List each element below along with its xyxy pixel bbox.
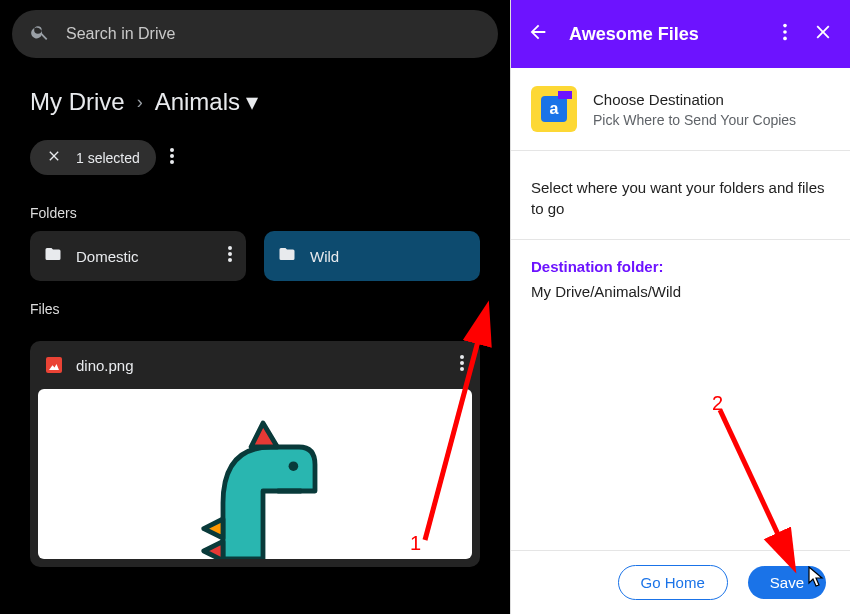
svg-point-9	[289, 461, 299, 471]
destination-block: a Choose Destination Pick Where to Send …	[511, 68, 850, 151]
svg-point-13	[783, 37, 787, 41]
search-bar[interactable]: Search in Drive	[12, 10, 498, 58]
panel-header: Awesome Files	[511, 0, 850, 68]
destination-subtitle: Pick Where to Send Your Copies	[593, 112, 796, 128]
search-placeholder: Search in Drive	[66, 25, 175, 43]
drive-pane: Search in Drive My Drive › Animals ▾ 1 s…	[0, 0, 510, 614]
svg-point-8	[460, 367, 464, 371]
svg-point-3	[228, 246, 232, 250]
panel-description: Select where you want your folders and f…	[511, 151, 850, 240]
chevron-right-icon: ›	[137, 92, 143, 113]
folder-icon	[278, 245, 296, 267]
svg-point-1	[170, 154, 174, 158]
svg-point-6	[460, 355, 464, 359]
breadcrumb-root[interactable]: My Drive	[30, 88, 125, 116]
image-icon	[46, 357, 62, 373]
svg-point-7	[460, 361, 464, 365]
svg-point-5	[228, 258, 232, 262]
files-label: Files	[0, 281, 510, 327]
folder-name: Domestic	[76, 248, 139, 265]
panel-menu-button[interactable]	[774, 21, 796, 47]
breadcrumb: My Drive › Animals ▾	[0, 66, 510, 124]
folders-label: Folders	[0, 185, 510, 231]
folder-card-domestic[interactable]: Domestic	[30, 231, 246, 281]
annotation-label-1: 1	[410, 532, 421, 555]
panel-actions: Go Home Save	[511, 550, 850, 614]
file-preview	[38, 389, 472, 559]
svg-point-2	[170, 160, 174, 164]
folder-more-button[interactable]	[228, 246, 232, 266]
caret-down-icon: ▾	[246, 88, 258, 116]
annotation-label-2: 2	[712, 392, 723, 415]
destination-folder-path: My Drive/Animals/Wild	[531, 283, 830, 300]
breadcrumb-current[interactable]: Animals ▾	[155, 88, 258, 116]
selection-pill[interactable]: 1 selected	[30, 140, 156, 175]
search-icon	[30, 22, 50, 46]
app-logo: a	[531, 86, 577, 132]
selection-count: 1 selected	[76, 150, 140, 166]
more-actions-button[interactable]	[170, 148, 174, 168]
svg-point-0	[170, 148, 174, 152]
panel-title: Awesome Files	[569, 24, 758, 45]
file-more-button[interactable]	[460, 355, 464, 375]
svg-point-4	[228, 252, 232, 256]
go-home-button[interactable]: Go Home	[618, 565, 728, 600]
close-icon[interactable]	[46, 148, 62, 167]
destination-title: Choose Destination	[593, 91, 796, 108]
back-button[interactable]	[527, 21, 549, 47]
folder-name: Wild	[310, 248, 339, 265]
file-name: dino.png	[76, 357, 134, 374]
svg-point-11	[783, 24, 787, 28]
folder-card-wild[interactable]: Wild	[264, 231, 480, 281]
side-panel: Awesome Files a Choose Destination Pick …	[510, 0, 850, 614]
destination-folder-label: Destination folder:	[531, 258, 830, 275]
folder-icon	[44, 245, 62, 267]
panel-close-button[interactable]	[812, 21, 834, 47]
cursor-icon	[806, 566, 826, 592]
svg-point-12	[783, 30, 787, 34]
